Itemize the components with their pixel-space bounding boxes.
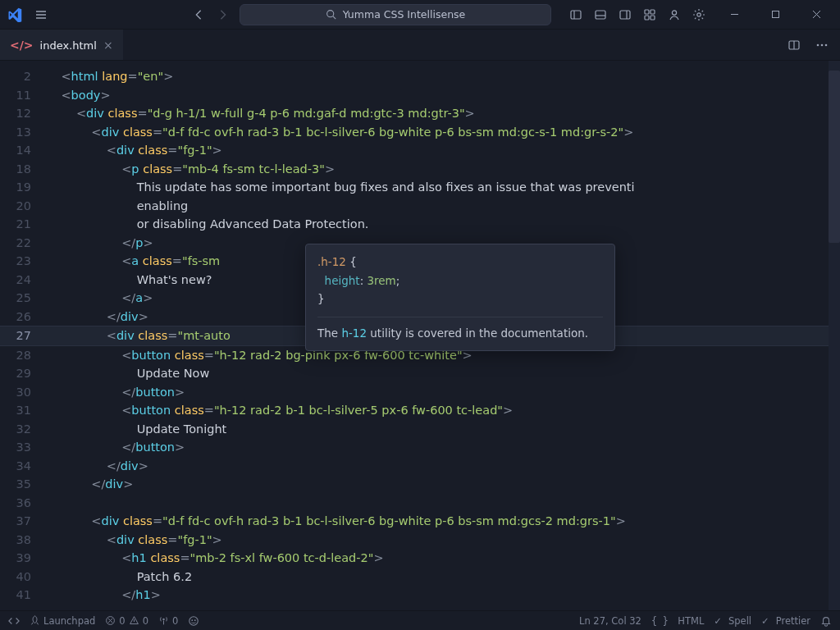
code-line[interactable]: 35 </div>: [0, 475, 840, 494]
code-line[interactable]: 12 <div class="d-g h-1/1 w-full g-4 p-6 …: [0, 104, 840, 123]
hover-css-block: .h-12 { height: 3rem; }: [317, 253, 603, 308]
svg-rect-5: [651, 10, 655, 14]
status-copilot-icon[interactable]: [188, 615, 199, 627]
code-line[interactable]: 40 Patch 6.2: [0, 568, 840, 587]
status-problems[interactable]: 0 0: [105, 615, 148, 627]
code-line[interactable]: 21 or disabling Advanced Data Protection…: [0, 215, 840, 234]
line-number: 20: [0, 197, 46, 216]
layout-panel-bottom-icon[interactable]: [589, 3, 612, 26]
code-line[interactable]: 19 This update has some important bug fi…: [0, 178, 840, 197]
status-language-mode[interactable]: { } HTML: [651, 615, 704, 627]
rocket-icon: [30, 615, 40, 626]
code-content: <body>: [46, 86, 840, 105]
svg-rect-2: [596, 11, 605, 19]
split-editor-icon[interactable]: [783, 34, 806, 57]
more-actions-icon[interactable]: [810, 34, 833, 57]
code-content: <h1 class="mb-2 fs-xl fw-600 tc-d-lead-2…: [46, 549, 840, 568]
settings-gear-icon[interactable]: [687, 3, 710, 26]
line-number: 32: [0, 420, 46, 439]
code-line[interactable]: 30 </button>: [0, 383, 840, 402]
svg-rect-3: [620, 11, 630, 19]
status-launchpad[interactable]: Launchpad: [30, 615, 95, 627]
svg-point-16: [162, 619, 164, 620]
tab-close-button[interactable]: ×: [103, 39, 113, 52]
nav-back-button[interactable]: [189, 5, 208, 25]
vscode-logo-icon: [7, 7, 23, 23]
html-file-icon: </>: [10, 39, 34, 52]
code-line[interactable]: 41 </h1>: [0, 586, 840, 605]
code-line[interactable]: 39 <h1 class="mb-2 fs-xl fw-600 tc-d-lea…: [0, 549, 840, 568]
code-line[interactable]: 11 <body>: [0, 86, 840, 105]
code-line[interactable]: 36: [0, 494, 840, 513]
svg-rect-6: [645, 16, 649, 20]
line-number: 22: [0, 234, 46, 253]
code-content: <button class="h-12 rad-2 b-1 bc-l-silve…: [46, 401, 840, 420]
tab-filename: index.html: [40, 39, 97, 52]
svg-rect-4: [645, 10, 649, 14]
svg-rect-7: [651, 16, 655, 20]
status-cursor-position[interactable]: Ln 27, Col 32: [579, 615, 641, 627]
command-center[interactable]: Yumma CSS Intellisense: [240, 4, 551, 25]
window-maximize-button[interactable]: [758, 0, 792, 30]
svg-point-9: [697, 12, 701, 16]
svg-point-19: [194, 619, 196, 621]
command-center-text: Yumma CSS Intellisense: [343, 8, 466, 21]
line-number: 30: [0, 383, 46, 402]
line-number: 33: [0, 438, 46, 457]
error-icon: [105, 615, 116, 626]
status-ports[interactable]: 0: [158, 615, 178, 627]
line-number: 25: [0, 289, 46, 308]
window-minimize-button[interactable]: [717, 0, 751, 30]
svg-point-0: [326, 11, 333, 17]
status-notifications-icon[interactable]: [820, 615, 832, 627]
editor-tab-bar: </> index.html ×: [0, 30, 840, 61]
layout-sidebar-left-icon[interactable]: [564, 3, 587, 26]
app-menu-button[interactable]: [30, 8, 52, 21]
window-close-button[interactable]: [799, 0, 833, 30]
line-number: 29: [0, 364, 46, 383]
nav-forward-button[interactable]: [213, 5, 233, 25]
customize-layout-icon[interactable]: [638, 3, 661, 26]
code-line[interactable]: 2 <html lang="en">: [0, 67, 840, 86]
account-icon[interactable]: [663, 3, 686, 26]
code-line[interactable]: 20 enabling: [0, 197, 840, 216]
hover-doc-text: The h-12 utility is covered in the docum…: [317, 317, 603, 343]
code-line[interactable]: 29 Update Now: [0, 364, 840, 383]
svg-point-8: [672, 10, 676, 14]
code-content: </button>: [46, 438, 840, 457]
line-number: 36: [0, 494, 46, 513]
code-line[interactable]: 13 <div class="d-f fd-c ovf-h rad-3 b-1 …: [0, 123, 840, 142]
status-bar: Launchpad 0 0 0 Ln 27, Col 32 { } HTML S…: [0, 610, 840, 630]
code-content: <div class="d-g h-1/1 w-full g-4 p-6 md:…: [46, 104, 840, 123]
line-number: 37: [0, 512, 46, 531]
warning-icon: [129, 615, 139, 626]
code-line[interactable]: 31 <button class="h-12 rad-2 b-1 bc-l-si…: [0, 401, 840, 420]
code-line[interactable]: 32 Update Tonight: [0, 420, 840, 439]
code-line[interactable]: 14 <div class="fg-1">: [0, 141, 840, 160]
code-line[interactable]: 18 <p class="mb-4 fs-sm tc-l-lead-3">: [0, 160, 840, 179]
line-number: 2: [0, 67, 46, 86]
status-remote-icon[interactable]: [8, 615, 20, 627]
code-content: <div class="fg-1">: [46, 531, 840, 550]
hover-doc-link[interactable]: h-12: [341, 326, 367, 340]
minimap[interactable]: [829, 61, 840, 610]
hover-tooltip: .h-12 { height: 3rem; } The h-12 utility…: [305, 244, 615, 351]
code-editor[interactable]: 2 <html lang="en">11 <body>12 <div class…: [0, 61, 840, 610]
status-spell[interactable]: Spell: [714, 615, 751, 627]
line-number: 24: [0, 271, 46, 290]
code-content: </h1>: [46, 586, 840, 605]
svg-point-13: [821, 43, 824, 46]
status-prettier[interactable]: Prettier: [761, 615, 810, 627]
search-icon: [326, 9, 336, 20]
code-line[interactable]: 34 </div>: [0, 457, 840, 476]
svg-point-18: [192, 619, 194, 621]
layout-sidebar-right-icon[interactable]: [614, 3, 637, 26]
editor-tab-index-html[interactable]: </> index.html ×: [0, 30, 123, 60]
line-number: 13: [0, 123, 46, 142]
code-line[interactable]: 38 <div class="fg-1">: [0, 531, 840, 550]
code-line[interactable]: 33 </button>: [0, 438, 840, 457]
code-line[interactable]: 37 <div class="d-f fd-c ovf-h rad-3 b-1 …: [0, 512, 840, 531]
line-number: 28: [0, 346, 46, 365]
minimap-viewport[interactable]: [829, 71, 840, 243]
svg-point-17: [189, 616, 199, 625]
